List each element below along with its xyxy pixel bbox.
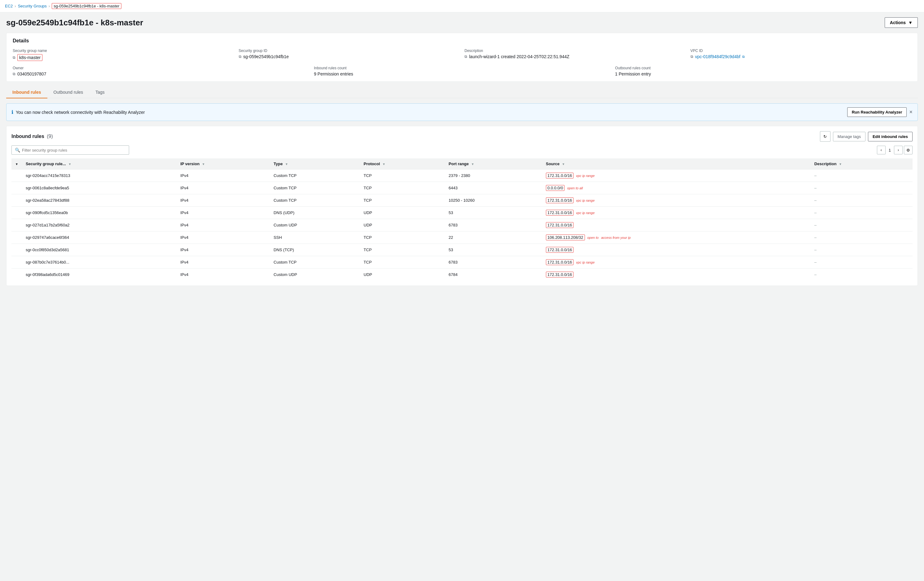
- external-link-icon: ⧉: [742, 55, 745, 59]
- sort-icon-port: ▼: [471, 163, 474, 166]
- refresh-button[interactable]: ↻: [820, 131, 830, 142]
- type-cell: Custom TCP: [270, 194, 360, 207]
- sort-icon-desc: ▼: [839, 163, 842, 166]
- tab-outbound-rules[interactable]: Outbound rules: [47, 87, 89, 99]
- table-settings-button[interactable]: ⚙: [904, 146, 912, 155]
- next-page-button[interactable]: ›: [894, 146, 903, 155]
- rule-id-cell: sgr-0204acc7415e78313: [22, 170, 177, 182]
- source-value: 172.31.0.0/16: [546, 210, 574, 216]
- protocol-cell: TCP: [360, 244, 445, 256]
- row-checkbox-cell: [12, 256, 22, 268]
- detail-sg-name-label: Security group name: [13, 49, 234, 53]
- rule-id-cell: sgr-090ffcd5c1356ea0b: [22, 207, 177, 219]
- source-wrap: 0.0.0.0/0open to all: [546, 185, 807, 191]
- page-number: 1: [887, 148, 893, 153]
- source-value: 172.31.0.0/16: [546, 173, 574, 178]
- edit-inbound-rules-button[interactable]: Edit inbound rules: [868, 132, 912, 142]
- breadcrumb: EC2 › Security Groups › sg-059e2549b1c94…: [0, 0, 924, 12]
- table-row: sgr-02ea58ac27843df88IPv4Custom TCPTCP10…: [12, 194, 912, 207]
- sort-icon-ip: ▼: [202, 163, 205, 166]
- tab-tags[interactable]: Tags: [89, 87, 111, 99]
- source-annotation2: access from your ip: [601, 236, 630, 239]
- detail-vpc-id-val: ⧉ vpc-018f9484f29c9d4bf ⧉: [691, 54, 912, 59]
- vpc-id-link[interactable]: vpc-018f9484f29c9d4bf: [695, 54, 740, 59]
- filter-input[interactable]: [22, 148, 126, 153]
- table-row: sgr-0061c8a8ecfde9ea5IPv4Custom TCPTCP64…: [12, 182, 912, 194]
- type-cell: SSH: [270, 231, 360, 244]
- source-annotation: vpc ip range: [576, 174, 594, 178]
- copy-icon-sg-name[interactable]: ⧉: [13, 55, 15, 60]
- actions-button[interactable]: Actions ▼: [885, 17, 918, 28]
- refresh-icon: ↻: [823, 134, 827, 139]
- type-cell: Custom TCP: [270, 182, 360, 194]
- outbound-count-value: 1 Permission entry: [615, 71, 651, 76]
- table-row: sgr-0f398ada6d5c01469IPv4Custom UDPUDP67…: [12, 268, 912, 281]
- source-annotation: open to all: [567, 186, 583, 190]
- port-range-cell: 22: [445, 231, 542, 244]
- description-value: launch-wizard-1 created 2022-04-25T02:22…: [469, 54, 569, 59]
- protocol-cell: TCP: [360, 194, 445, 207]
- breadcrumb-ec2[interactable]: EC2: [5, 4, 13, 8]
- table-row: sgr-090ffcd5c1356ea0bIPv4DNS (UDP)UDP531…: [12, 207, 912, 219]
- table-row: sgr-029747a6cace6f364IPv4SSHTCP22106.208…: [12, 231, 912, 244]
- th-rule-id: Security group rule... ▼: [22, 158, 177, 170]
- tab-inbound-rules[interactable]: Inbound rules: [6, 87, 47, 99]
- type-cell: Custom UDP: [270, 268, 360, 281]
- th-protocol: Protocol ▼: [360, 158, 445, 170]
- protocol-cell: UDP: [360, 268, 445, 281]
- run-reachability-button[interactable]: Run Reachability Analyzer: [847, 107, 907, 117]
- table-row: sgr-087b0c7e37614b0...IPv4Custom TCPTCP6…: [12, 256, 912, 268]
- row-checkbox-cell: [12, 182, 22, 194]
- ip-version-cell: IPv4: [177, 268, 270, 281]
- source-cell: 172.31.0.0/16vpc ip range: [542, 170, 811, 182]
- row-checkbox-cell: [12, 207, 22, 219]
- detail-sg-id-label: Security group ID: [239, 49, 460, 53]
- ip-version-cell: IPv4: [177, 231, 270, 244]
- prev-page-button[interactable]: ‹: [877, 146, 886, 155]
- breadcrumb-security-groups[interactable]: Security Groups: [18, 4, 47, 8]
- th-port-range: Port range ▼: [445, 158, 542, 170]
- th-source: Source ▼: [542, 158, 811, 170]
- detail-sg-name-val: ⧉ k8s-master: [13, 54, 234, 61]
- type-cell: Custom TCP: [270, 170, 360, 182]
- source-value: 172.31.0.0/16: [546, 272, 574, 278]
- th-ip-version: IP version ▼: [177, 158, 270, 170]
- actions-chevron-icon: ▼: [908, 20, 912, 25]
- source-wrap: 172.31.0.0/16: [546, 222, 807, 228]
- table-title-wrap: Inbound rules (9): [12, 133, 53, 139]
- table-row: sgr-027d1a17b2a5f60a2IPv4Custom UDPUDP67…: [12, 219, 912, 231]
- source-cell: 172.31.0.0/16vpc ip range: [542, 194, 811, 207]
- description-cell: –: [811, 170, 912, 182]
- close-banner-button[interactable]: ×: [909, 109, 912, 115]
- copy-icon-vpc[interactable]: ⧉: [691, 54, 693, 59]
- ip-version-cell: IPv4: [177, 182, 270, 194]
- description-cell: –: [811, 268, 912, 281]
- source-cell: 172.31.0.0/16: [542, 244, 811, 256]
- port-range-cell: 6443: [445, 182, 542, 194]
- detail-owner-label: Owner: [13, 66, 309, 70]
- detail-vpc-id: VPC ID ⧉ vpc-018f9484f29c9d4bf ⧉: [691, 49, 912, 61]
- ip-version-cell: IPv4: [177, 256, 270, 268]
- protocol-cell: TCP: [360, 256, 445, 268]
- port-range-cell: 6783: [445, 256, 542, 268]
- tabs: Inbound rules Outbound rules Tags: [6, 87, 918, 99]
- inbound-count-value: 9 Permission entries: [314, 71, 353, 76]
- actions-label: Actions: [890, 20, 906, 25]
- detail-inbound-count: Inbound rules count 9 Permission entries: [314, 66, 610, 76]
- copy-icon-owner[interactable]: ⧉: [13, 72, 15, 76]
- source-wrap: 172.31.0.0/16vpc ip range: [546, 259, 807, 265]
- info-banner: ℹ You can now check network connectivity…: [6, 103, 918, 121]
- rule-id-cell: sgr-087b0c7e37614b0...: [22, 256, 177, 268]
- manage-tags-button[interactable]: Manage tags: [833, 132, 865, 142]
- description-cell: –: [811, 231, 912, 244]
- type-cell: DNS (TCP): [270, 244, 360, 256]
- port-range-cell: 6783: [445, 219, 542, 231]
- type-cell: Custom TCP: [270, 256, 360, 268]
- breadcrumb-sep1: ›: [15, 4, 16, 8]
- ip-version-cell: IPv4: [177, 170, 270, 182]
- detail-outbound-count: Outbound rules count 1 Permission entry: [615, 66, 911, 76]
- copy-icon-desc[interactable]: ⧉: [464, 54, 467, 59]
- copy-icon-sg-id[interactable]: ⧉: [239, 54, 241, 59]
- source-wrap: 172.31.0.0/16vpc ip range: [546, 198, 807, 203]
- row-checkbox-cell: [12, 244, 22, 256]
